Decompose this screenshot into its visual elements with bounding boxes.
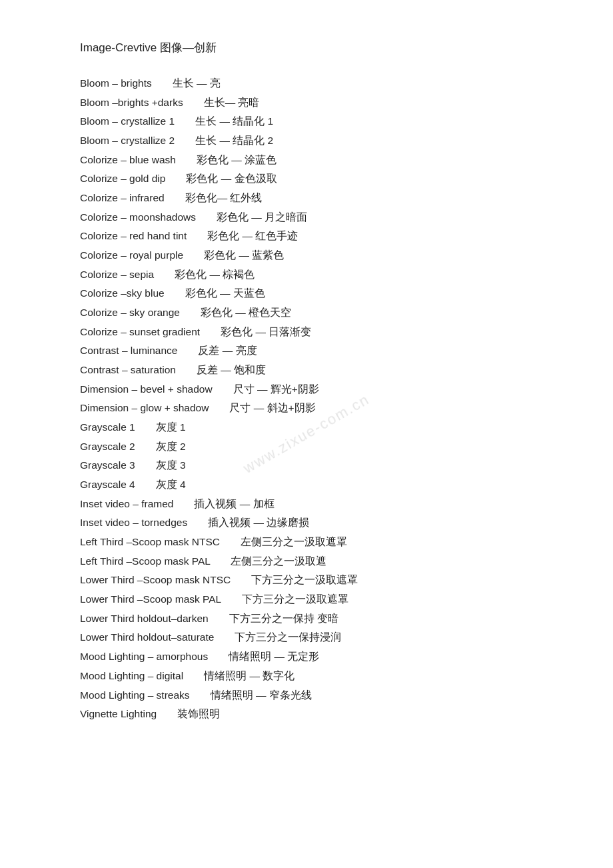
item-zh: 下方三分之一汲取遮罩 xyxy=(251,574,358,585)
item-list: Bloom – brights 生长 — 亮Bloom –brights +da… xyxy=(80,74,533,724)
list-item: Bloom –brights +darks 生长— 亮暗 xyxy=(80,93,533,113)
item-en: Left Third –Scoop mask PAL xyxy=(80,555,210,567)
item-zh: 尺寸 — 斜边+阴影 xyxy=(229,402,315,413)
item-en: Colorize – sepia xyxy=(80,269,154,280)
item-en: Grayscale 2 xyxy=(80,441,135,452)
list-item: Colorize –sky blue 彩色化 — 天蓝色 xyxy=(80,284,533,303)
list-item: Left Third –Scoop mask PAL 左侧三分之一汲取遮 xyxy=(80,552,533,571)
list-item: Dimension – glow + shadow 尺寸 — 斜边+阴影 xyxy=(80,399,533,418)
list-item: Colorize – moonshadows 彩色化 — 月之暗面 xyxy=(80,208,533,227)
item-en: Vignette Lighting xyxy=(80,708,157,719)
item-en: Inset video – tornedges xyxy=(80,517,187,528)
item-zh: 插入视频 — 加框 xyxy=(194,498,274,509)
item-en: Mood Lighting – amorphous xyxy=(80,651,208,662)
item-zh: 生长— 亮暗 xyxy=(204,97,260,108)
item-zh: 左侧三分之一汲取遮罩 xyxy=(241,536,347,547)
item-zh: 插入视频 — 边缘磨损 xyxy=(208,517,309,528)
list-item: Grayscale 4 灰度 4 xyxy=(80,475,533,495)
list-item: Vignette Lighting 装饰照明 xyxy=(80,705,533,724)
item-zh: 灰度 4 xyxy=(156,479,186,490)
item-en: Dimension – glow + shadow xyxy=(80,402,209,413)
item-en: Colorize – gold dip xyxy=(80,173,165,184)
item-en: Bloom – crystallize 2 xyxy=(80,135,175,146)
list-item: Mood Lighting – streaks 情绪照明 — 窄条光线 xyxy=(80,686,533,705)
item-zh: 尺寸 — 辉光+阴影 xyxy=(233,383,319,395)
list-item: Grayscale 1 灰度 1 xyxy=(80,418,533,437)
item-zh: 彩色化 — 红色手迹 xyxy=(207,230,298,241)
item-en: Lower Third holdout–darken xyxy=(80,613,209,624)
item-zh: 下方三分之一保持 变暗 xyxy=(229,613,338,624)
item-en: Colorize –sky blue xyxy=(80,287,165,299)
item-zh: 彩色化 — 金色汲取 xyxy=(186,173,277,184)
list-item: Grayscale 2 灰度 2 xyxy=(80,437,533,457)
item-en: Lower Third –Scoop mask NTSC xyxy=(80,574,231,585)
list-item: Colorize – sunset gradient 彩色化 — 日落渐变 xyxy=(80,323,533,342)
item-zh: 彩色化 — 天蓝色 xyxy=(185,287,265,299)
item-zh: 情绪照明 — 数字化 xyxy=(204,670,295,681)
item-en: Colorize – blue wash xyxy=(80,154,176,165)
item-zh: 生长 — 结晶化 1 xyxy=(195,115,273,127)
item-zh: 灰度 2 xyxy=(156,441,186,452)
list-item: Colorize – red hand tint 彩色化 — 红色手迹 xyxy=(80,227,533,246)
list-item: Colorize – sky orange 彩色化 — 橙色天空 xyxy=(80,303,533,323)
item-zh: 左侧三分之一汲取遮 xyxy=(231,555,326,567)
item-en: Bloom – crystallize 1 xyxy=(80,115,175,127)
list-item: Mood Lighting – amorphous 情绪照明 — 无定形 xyxy=(80,647,533,667)
item-zh: 彩色化 — 橙色天空 xyxy=(201,307,291,318)
item-en: Colorize – sky orange xyxy=(80,307,180,318)
list-item: Colorize – infrared 彩色化— 红外线 xyxy=(80,189,533,208)
list-item: Lower Third holdout–darken 下方三分之一保持 变暗 xyxy=(80,609,533,629)
item-zh: 生长 — 结晶化 2 xyxy=(195,135,273,146)
item-zh: 灰度 1 xyxy=(156,421,186,433)
item-en: Lower Third –Scoop mask PAL xyxy=(80,593,221,605)
item-zh: 彩色化 — 棕褐色 xyxy=(175,269,255,280)
item-en: Colorize – moonshadows xyxy=(80,211,196,223)
item-zh: 彩色化 — 蓝紫色 xyxy=(204,249,284,261)
item-en: Contrast – luminance xyxy=(80,345,177,356)
item-en: Colorize – sunset gradient xyxy=(80,326,200,337)
item-en: Grayscale 3 xyxy=(80,459,135,471)
item-en: Grayscale 4 xyxy=(80,479,135,490)
item-en: Contrast – saturation xyxy=(80,364,176,375)
item-en: Inset video – framed xyxy=(80,498,173,509)
item-zh: 彩色化 — 月之暗面 xyxy=(217,211,307,223)
item-zh: 反差 — 饱和度 xyxy=(197,364,266,375)
item-en: Left Third –Scoop mask NTSC xyxy=(80,536,220,547)
item-en: Mood Lighting – digital xyxy=(80,670,183,681)
list-item: Mood Lighting – digital 情绪照明 — 数字化 xyxy=(80,667,533,686)
list-item: Colorize – blue wash 彩色化 — 涂蓝色 xyxy=(80,151,533,170)
item-zh: 情绪照明 — 无定形 xyxy=(229,651,319,662)
item-en: Colorize – red hand tint xyxy=(80,230,187,241)
list-item: Bloom – crystallize 2 生长 — 结晶化 2 xyxy=(80,131,533,151)
list-item: Colorize – sepia 彩色化 — 棕褐色 xyxy=(80,265,533,285)
item-zh: 灰度 3 xyxy=(156,459,186,471)
item-zh: 彩色化 — 日落渐变 xyxy=(221,326,311,337)
item-en: Colorize – royal purple xyxy=(80,249,183,261)
item-en: Colorize – infrared xyxy=(80,192,165,203)
list-item: Lower Third holdout–saturate 下方三分之一保持浸润 xyxy=(80,628,533,647)
list-item: Bloom – crystallize 1 生长 — 结晶化 1 xyxy=(80,112,533,131)
item-en: Bloom – brights xyxy=(80,77,152,89)
item-en: Lower Third holdout–saturate xyxy=(80,631,214,643)
item-en: Bloom –brights +darks xyxy=(80,97,183,108)
item-zh: 反差 — 亮度 xyxy=(198,345,257,356)
item-zh: 彩色化 — 涂蓝色 xyxy=(197,154,277,165)
item-zh: 装饰照明 xyxy=(177,708,220,719)
item-zh: 生长 — 亮 xyxy=(173,77,221,89)
list-item: Contrast – luminance 反差 — 亮度 xyxy=(80,341,533,361)
list-item: Dimension – bevel + shadow 尺寸 — 辉光+阴影 xyxy=(80,380,533,399)
list-item: Grayscale 3 灰度 3 xyxy=(80,456,533,475)
item-zh: 下方三分之一保持浸润 xyxy=(235,631,341,643)
list-item: Bloom – brights 生长 — 亮 xyxy=(80,74,533,93)
page-title: Image-Crevtive 图像—创新 xyxy=(80,40,533,55)
list-item: Colorize – royal purple 彩色化 — 蓝紫色 xyxy=(80,246,533,265)
list-item: Lower Third –Scoop mask NTSC 下方三分之一汲取遮罩 xyxy=(80,571,533,590)
list-item: Colorize – gold dip 彩色化 — 金色汲取 xyxy=(80,169,533,189)
list-item: Inset video – tornedges 插入视频 — 边缘磨损 xyxy=(80,513,533,533)
item-en: Mood Lighting – streaks xyxy=(80,689,190,701)
item-zh: 情绪照明 — 窄条光线 xyxy=(211,689,312,701)
list-item: Lower Third –Scoop mask PAL 下方三分之一汲取遮罩 xyxy=(80,590,533,609)
item-zh: 彩色化— 红外线 xyxy=(185,192,263,203)
list-item: Left Third –Scoop mask NTSC 左侧三分之一汲取遮罩 xyxy=(80,533,533,552)
list-item: Contrast – saturation 反差 — 饱和度 xyxy=(80,361,533,380)
